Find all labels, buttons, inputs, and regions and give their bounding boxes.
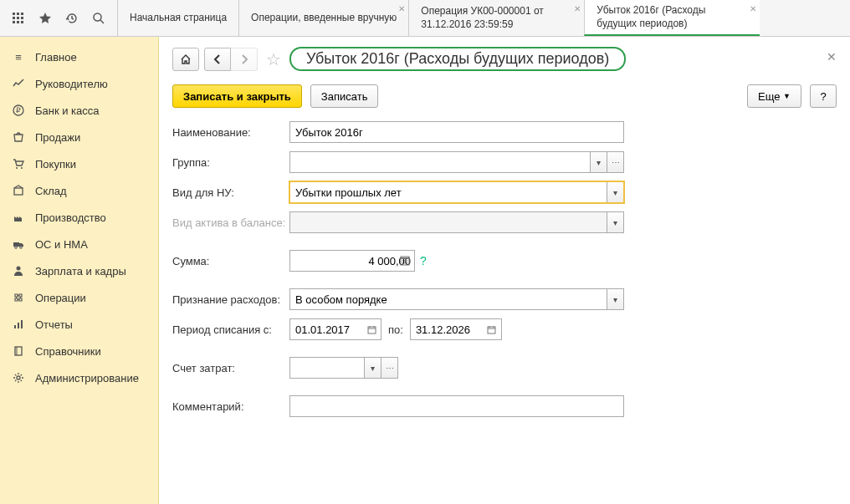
list-icon: ≡ [12, 50, 25, 64]
sidebar-item-label: Справочники [35, 345, 101, 358]
cart-icon [12, 157, 25, 171]
tab-loss-2016[interactable]: Убыток 2016г (Расходы будущих периодов) … [584, 0, 760, 36]
dropdown-button: ▾ [607, 211, 624, 233]
svg-point-14 [21, 167, 23, 169]
sidebar-item-label: ОС и НМА [35, 238, 88, 251]
tab-label: Операция УК00-000001 от 31.12.2016 23:59… [421, 5, 572, 31]
cost-account-input[interactable] [289, 357, 365, 379]
tab-label: Операции, введенные вручную [251, 12, 397, 25]
svg-point-31 [402, 262, 403, 263]
svg-rect-0 [13, 13, 15, 15]
apps-icon[interactable] [7, 7, 30, 30]
svg-rect-1 [17, 13, 19, 15]
sidebar-item-sales[interactable]: Продажи [0, 124, 158, 150]
command-bar: Записать и закрыть Записать Еще ▼ ? [172, 84, 837, 108]
sidebar-item-label: Операции [35, 292, 86, 304]
svg-point-28 [402, 260, 403, 261]
box-icon [12, 184, 25, 197]
sidebar-item-label: Склад [35, 185, 67, 197]
svg-rect-23 [15, 347, 22, 355]
star-icon[interactable] [33, 7, 57, 30]
period-from-label: Период списания с: [172, 323, 289, 336]
help-button[interactable]: ? [810, 84, 837, 108]
bars-icon [12, 318, 25, 331]
close-icon[interactable]: ✕ [574, 3, 581, 14]
svg-rect-6 [13, 21, 15, 23]
sidebar-item-bank[interactable]: ₽ Банк и касса [0, 97, 158, 124]
sidebar-item-warehouse[interactable]: Склад [0, 177, 158, 204]
close-icon[interactable]: ✕ [827, 50, 837, 64]
svg-point-33 [407, 262, 407, 263]
tabs: Начальная страница Операции, введенные в… [117, 0, 850, 36]
sidebar-item-salary[interactable]: Зарплата и кадры [0, 257, 158, 284]
favorite-star-icon[interactable]: ☆ [266, 49, 281, 69]
calculator-icon[interactable] [395, 250, 415, 272]
sidebar-item-purchases[interactable]: Покупки [0, 150, 158, 177]
search-icon[interactable] [87, 7, 110, 30]
nu-type-label: Вид для НУ: [172, 186, 289, 199]
sum-hint-link[interactable]: ? [420, 254, 427, 267]
home-button[interactable] [172, 48, 199, 71]
dropdown-button[interactable]: ▾ [607, 288, 624, 310]
nu-type-input[interactable] [289, 181, 607, 203]
sidebar-item-main[interactable]: ≡ Главное [0, 43, 158, 70]
period-to-label: по: [388, 323, 403, 336]
calendar-icon[interactable] [361, 318, 381, 340]
sidebar-item-catalogs[interactable]: Справочники [0, 338, 158, 364]
svg-rect-15 [14, 188, 23, 195]
dropdown-button[interactable]: ▾ [591, 151, 607, 173]
svg-point-9 [94, 13, 101, 21]
dropdown-button[interactable]: ▾ [607, 181, 624, 203]
recognition-input[interactable] [289, 288, 607, 310]
svg-rect-8 [21, 21, 23, 23]
svg-line-10 [100, 20, 104, 23]
calendar-icon[interactable] [482, 318, 502, 340]
dropdown-button[interactable]: ▾ [365, 357, 381, 379]
save-and-close-button[interactable]: Записать и закрыть [172, 84, 302, 108]
recognition-label: Признание расходов: [172, 293, 289, 306]
tab-start[interactable]: Начальная страница [117, 0, 238, 36]
back-button[interactable] [204, 48, 231, 71]
currency-icon: ₽ [12, 104, 25, 117]
group-label: Группа: [172, 156, 289, 169]
sidebar-item-label: Главное [35, 51, 77, 64]
open-button[interactable]: ⋯ [381, 357, 398, 379]
more-button[interactable]: Еще ▼ [747, 84, 801, 108]
sidebar-item-assets[interactable]: ОС и НМА [0, 231, 158, 257]
chevron-down-icon: ▼ [783, 92, 791, 100]
sidebar-item-label: Банк и касса [35, 104, 100, 117]
sidebar: ≡ Главное Руководителю ₽ Банк и касса Пр… [0, 37, 159, 504]
sidebar-item-reports[interactable]: Отчеты [0, 311, 158, 338]
tab-operation[interactable]: Операция УК00-000001 от 31.12.2016 23:59… [408, 0, 584, 36]
operations-icon [12, 291, 25, 304]
tool-buttons [0, 0, 117, 36]
sidebar-item-operations[interactable]: Операции [0, 284, 158, 311]
cost-account-label: Счет затрат: [172, 362, 289, 374]
history-icon[interactable] [60, 7, 84, 30]
chart-icon [12, 77, 25, 90]
name-input[interactable] [289, 121, 624, 143]
comment-input[interactable] [289, 395, 624, 417]
close-icon[interactable]: ✕ [750, 3, 756, 14]
forward-button[interactable] [231, 48, 258, 71]
bag-icon [12, 130, 25, 144]
sidebar-item-admin[interactable]: Администрирование [0, 364, 158, 391]
svg-rect-27 [402, 257, 408, 259]
sidebar-item-label: Покупки [35, 158, 76, 171]
svg-rect-2 [21, 13, 23, 15]
sidebar-item-manager[interactable]: Руководителю [0, 70, 158, 97]
svg-point-18 [20, 247, 23, 249]
svg-rect-21 [18, 323, 19, 328]
close-icon[interactable]: ✕ [398, 3, 405, 14]
open-button[interactable]: ⋯ [607, 151, 624, 173]
group-input[interactable] [289, 151, 591, 173]
save-button[interactable]: Записать [310, 84, 379, 108]
svg-rect-7 [17, 21, 19, 23]
tab-label: Убыток 2016г (Расходы будущих периодов) [597, 4, 748, 30]
sidebar-item-label: Производство [35, 211, 106, 224]
sum-label: Сумма: [172, 255, 289, 267]
tab-manual-ops[interactable]: Операции, введенные вручную ✕ [238, 0, 408, 36]
svg-text:₽: ₽ [16, 106, 21, 115]
sidebar-item-production[interactable]: Производство [0, 204, 158, 231]
svg-point-29 [404, 260, 405, 261]
